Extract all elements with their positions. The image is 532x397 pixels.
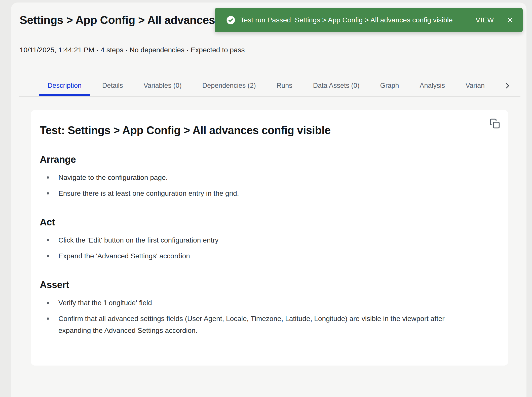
bullet-list-assert: Verify that the 'Longitude' fieldConfirm… bbox=[40, 297, 499, 336]
copy-icon bbox=[489, 118, 500, 129]
test-description-title: Test: Settings > App Config > All advanc… bbox=[40, 124, 499, 137]
tab-analysis[interactable]: Analysis bbox=[411, 75, 453, 96]
success-toast: Test run Passed: Settings > App Config >… bbox=[215, 8, 523, 32]
section-heading-assert: Assert bbox=[40, 280, 499, 290]
bullet-item: Click the 'Edit' button on the first con… bbox=[47, 234, 475, 246]
close-icon bbox=[506, 16, 514, 24]
tabs-list: DescriptionDetailsVariables (0)Dependenc… bbox=[39, 75, 513, 96]
tab-data-assets[interactable]: Data Assets (0) bbox=[305, 75, 368, 96]
tab-details[interactable]: Details bbox=[94, 75, 132, 96]
toast-close-button[interactable] bbox=[506, 16, 515, 25]
test-meta-line: 10/11/2025, 1:44:21 PM · 4 steps · No de… bbox=[20, 46, 245, 54]
tabs-bar: DescriptionDetailsVariables (0)Dependenc… bbox=[19, 75, 520, 97]
bullet-item: Navigate to the configuration page. bbox=[47, 172, 475, 183]
tab-variants[interactable]: Varian bbox=[457, 75, 493, 96]
tab-variables[interactable]: Variables (0) bbox=[135, 75, 190, 96]
tab-description[interactable]: Description bbox=[39, 75, 90, 96]
chevron-right-icon bbox=[504, 82, 511, 90]
bullet-list-act: Click the 'Edit' button on the first con… bbox=[40, 234, 499, 262]
bullet-item: Confirm that all advanced settings field… bbox=[47, 313, 475, 336]
section-heading-arrange: Arrange bbox=[40, 154, 499, 165]
tabs-scroll-right-button[interactable] bbox=[502, 81, 512, 91]
bullet-list-arrange: Navigate to the configuration page.Ensur… bbox=[40, 172, 499, 199]
copy-button[interactable] bbox=[489, 117, 501, 130]
bullet-item: Verify that the 'Longitude' field bbox=[47, 297, 475, 309]
content-panel: Settings > App Config > All advances con… bbox=[11, 3, 526, 397]
description-sections: ArrangeNavigate to the configuration pag… bbox=[40, 154, 499, 336]
tab-dependencies[interactable]: Dependencies (2) bbox=[194, 75, 264, 96]
bullet-item: Expand the 'Advanced Settings' accordion bbox=[47, 250, 475, 262]
tab-runs[interactable]: Runs bbox=[268, 75, 301, 96]
check-circle-icon bbox=[226, 16, 235, 25]
toast-message: Test run Passed: Settings > App Config >… bbox=[240, 16, 453, 24]
bullet-item: Ensure there is at least one configurati… bbox=[47, 187, 475, 199]
tab-graph[interactable]: Graph bbox=[371, 75, 407, 96]
description-card: Test: Settings > App Config > All advanc… bbox=[31, 110, 508, 366]
section-heading-act: Act bbox=[40, 217, 499, 228]
toast-view-button[interactable]: VIEW bbox=[475, 14, 495, 26]
